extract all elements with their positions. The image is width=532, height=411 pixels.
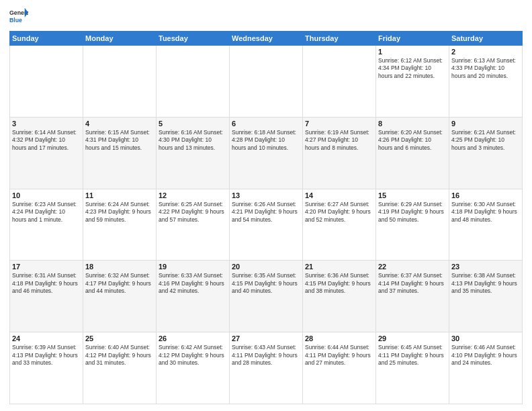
day-info: Sunrise: 6:24 AM Sunset: 4:23 PM Dayligh…: [85, 201, 154, 224]
table-row: 23Sunrise: 6:38 AM Sunset: 4:13 PM Dayli…: [449, 261, 523, 332]
day-number: 6: [232, 120, 300, 128]
table-row: 7Sunrise: 6:19 AM Sunset: 4:27 PM Daylig…: [303, 117, 376, 189]
day-info: Sunrise: 6:27 AM Sunset: 4:20 PM Dayligh…: [305, 201, 373, 224]
day-info: Sunrise: 6:43 AM Sunset: 4:11 PM Dayligh…: [232, 344, 300, 367]
day-number: 28: [305, 334, 373, 342]
day-number: 15: [378, 191, 447, 199]
calendar-week-row: 1Sunrise: 6:12 AM Sunset: 4:34 PM Daylig…: [10, 46, 523, 118]
col-wednesday: Wednesday: [230, 32, 303, 46]
day-number: 8: [378, 120, 447, 128]
day-info: Sunrise: 6:35 AM Sunset: 4:15 PM Dayligh…: [232, 272, 300, 295]
day-number: 22: [378, 263, 447, 271]
calendar-week-row: 17Sunrise: 6:31 AM Sunset: 4:18 PM Dayli…: [10, 261, 523, 332]
day-info: Sunrise: 6:30 AM Sunset: 4:18 PM Dayligh…: [451, 201, 520, 224]
day-number: 27: [232, 334, 300, 342]
day-info: Sunrise: 6:36 AM Sunset: 4:15 PM Dayligh…: [305, 272, 373, 295]
table-row: 8Sunrise: 6:20 AM Sunset: 4:26 PM Daylig…: [376, 117, 449, 189]
day-info: Sunrise: 6:40 AM Sunset: 4:12 PM Dayligh…: [85, 344, 154, 367]
day-number: 29: [378, 334, 447, 342]
day-number: 21: [305, 263, 373, 271]
table-row: 26Sunrise: 6:42 AM Sunset: 4:12 PM Dayli…: [157, 332, 230, 404]
day-info: Sunrise: 6:26 AM Sunset: 4:21 PM Dayligh…: [232, 201, 300, 224]
col-tuesday: Tuesday: [157, 32, 230, 46]
table-row: 21Sunrise: 6:36 AM Sunset: 4:15 PM Dayli…: [303, 261, 376, 332]
day-info: Sunrise: 6:16 AM Sunset: 4:30 PM Dayligh…: [159, 129, 227, 152]
table-row: [230, 46, 303, 118]
header: General Blue: [9, 7, 523, 26]
day-number: 20: [232, 263, 300, 271]
calendar-table: Sunday Monday Tuesday Wednesday Thursday…: [9, 31, 523, 404]
col-friday: Friday: [376, 32, 449, 46]
day-number: 5: [159, 120, 227, 128]
col-thursday: Thursday: [303, 32, 376, 46]
day-number: 10: [12, 191, 81, 199]
table-row: 12Sunrise: 6:25 AM Sunset: 4:22 PM Dayli…: [157, 189, 230, 261]
day-number: 30: [451, 334, 520, 342]
day-info: Sunrise: 6:12 AM Sunset: 4:34 PM Dayligh…: [378, 57, 447, 80]
day-number: 7: [305, 120, 373, 128]
table-row: 11Sunrise: 6:24 AM Sunset: 4:23 PM Dayli…: [83, 189, 157, 261]
table-row: 16Sunrise: 6:30 AM Sunset: 4:18 PM Dayli…: [449, 189, 523, 261]
day-info: Sunrise: 6:14 AM Sunset: 4:32 PM Dayligh…: [12, 129, 81, 152]
day-info: Sunrise: 6:18 AM Sunset: 4:28 PM Dayligh…: [232, 129, 300, 152]
day-info: Sunrise: 6:32 AM Sunset: 4:17 PM Dayligh…: [85, 272, 154, 295]
day-number: 19: [159, 263, 227, 271]
table-row: 15Sunrise: 6:29 AM Sunset: 4:19 PM Dayli…: [376, 189, 449, 261]
col-monday: Monday: [83, 32, 157, 46]
day-number: 23: [451, 263, 520, 271]
table-row: [83, 46, 157, 118]
day-info: Sunrise: 6:37 AM Sunset: 4:14 PM Dayligh…: [378, 272, 447, 295]
table-row: 4Sunrise: 6:15 AM Sunset: 4:31 PM Daylig…: [83, 117, 157, 189]
day-number: 12: [159, 191, 227, 199]
day-info: Sunrise: 6:45 AM Sunset: 4:11 PM Dayligh…: [378, 344, 447, 367]
day-number: 11: [85, 191, 154, 199]
day-number: 25: [85, 334, 154, 342]
table-row: [10, 46, 83, 118]
day-info: Sunrise: 6:29 AM Sunset: 4:19 PM Dayligh…: [378, 201, 447, 224]
calendar-week-row: 24Sunrise: 6:39 AM Sunset: 4:13 PM Dayli…: [10, 332, 523, 404]
day-info: Sunrise: 6:23 AM Sunset: 4:24 PM Dayligh…: [12, 201, 81, 224]
day-number: 4: [85, 120, 154, 128]
table-row: [303, 46, 376, 118]
day-info: Sunrise: 6:42 AM Sunset: 4:12 PM Dayligh…: [159, 344, 227, 367]
day-info: Sunrise: 6:21 AM Sunset: 4:25 PM Dayligh…: [451, 129, 520, 152]
table-row: 19Sunrise: 6:33 AM Sunset: 4:16 PM Dayli…: [157, 261, 230, 332]
table-row: 18Sunrise: 6:32 AM Sunset: 4:17 PM Dayli…: [83, 261, 157, 332]
day-number: 9: [451, 120, 520, 128]
table-row: 22Sunrise: 6:37 AM Sunset: 4:14 PM Dayli…: [376, 261, 449, 332]
table-row: 13Sunrise: 6:26 AM Sunset: 4:21 PM Dayli…: [230, 189, 303, 261]
table-row: 27Sunrise: 6:43 AM Sunset: 4:11 PM Dayli…: [230, 332, 303, 404]
col-saturday: Saturday: [449, 32, 523, 46]
day-number: 1: [378, 48, 447, 56]
day-info: Sunrise: 6:46 AM Sunset: 4:10 PM Dayligh…: [451, 344, 520, 367]
day-info: Sunrise: 6:15 AM Sunset: 4:31 PM Dayligh…: [85, 129, 154, 152]
table-row: 20Sunrise: 6:35 AM Sunset: 4:15 PM Dayli…: [230, 261, 303, 332]
table-row: [157, 46, 230, 118]
calendar-week-row: 10Sunrise: 6:23 AM Sunset: 4:24 PM Dayli…: [10, 189, 523, 261]
day-number: 2: [451, 48, 520, 56]
day-info: Sunrise: 6:19 AM Sunset: 4:27 PM Dayligh…: [305, 129, 373, 152]
table-row: 2Sunrise: 6:13 AM Sunset: 4:33 PM Daylig…: [449, 46, 523, 118]
day-number: 17: [12, 263, 81, 271]
day-info: Sunrise: 6:20 AM Sunset: 4:26 PM Dayligh…: [378, 129, 447, 152]
table-row: 24Sunrise: 6:39 AM Sunset: 4:13 PM Dayli…: [10, 332, 83, 404]
day-info: Sunrise: 6:39 AM Sunset: 4:13 PM Dayligh…: [12, 344, 81, 367]
day-info: Sunrise: 6:38 AM Sunset: 4:13 PM Dayligh…: [451, 272, 520, 295]
calendar-week-row: 3Sunrise: 6:14 AM Sunset: 4:32 PM Daylig…: [10, 117, 523, 189]
day-info: Sunrise: 6:33 AM Sunset: 4:16 PM Dayligh…: [159, 272, 227, 295]
table-row: 5Sunrise: 6:16 AM Sunset: 4:30 PM Daylig…: [157, 117, 230, 189]
day-number: 24: [12, 334, 81, 342]
table-row: 3Sunrise: 6:14 AM Sunset: 4:32 PM Daylig…: [10, 117, 83, 189]
day-number: 16: [451, 191, 520, 199]
table-row: 29Sunrise: 6:45 AM Sunset: 4:11 PM Dayli…: [376, 332, 449, 404]
table-row: 25Sunrise: 6:40 AM Sunset: 4:12 PM Dayli…: [83, 332, 157, 404]
day-number: 26: [159, 334, 227, 342]
table-row: 17Sunrise: 6:31 AM Sunset: 4:18 PM Dayli…: [10, 261, 83, 332]
table-row: 10Sunrise: 6:23 AM Sunset: 4:24 PM Dayli…: [10, 189, 83, 261]
table-row: 1Sunrise: 6:12 AM Sunset: 4:34 PM Daylig…: [376, 46, 449, 118]
day-info: Sunrise: 6:44 AM Sunset: 4:11 PM Dayligh…: [305, 344, 373, 367]
table-row: 30Sunrise: 6:46 AM Sunset: 4:10 PM Dayli…: [449, 332, 523, 404]
logo-icon: General Blue: [9, 7, 28, 26]
day-info: Sunrise: 6:13 AM Sunset: 4:33 PM Dayligh…: [451, 57, 520, 80]
svg-text:Blue: Blue: [9, 17, 22, 24]
